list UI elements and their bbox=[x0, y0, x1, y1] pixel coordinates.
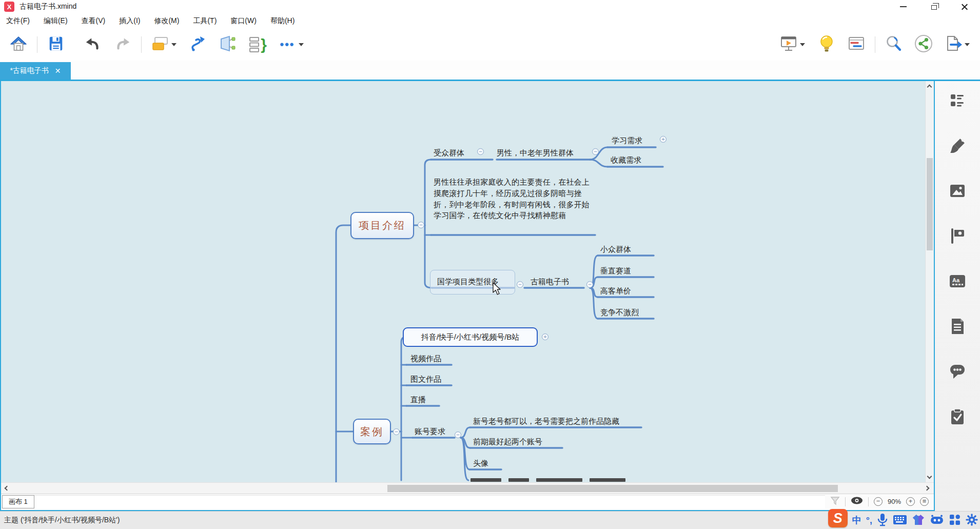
document-tab[interactable]: *古籍电子书 ✕ bbox=[0, 62, 71, 80]
topic-collection-need[interactable]: 收藏需求 bbox=[611, 155, 641, 165]
zoom-out-button[interactable]: − bbox=[874, 497, 883, 506]
undo-icon bbox=[84, 35, 102, 54]
timeline-button[interactable] bbox=[845, 33, 868, 56]
outline-panel-button[interactable] bbox=[947, 92, 968, 109]
scroll-right-icon[interactable] bbox=[925, 486, 930, 491]
sheet-tab-canvas1[interactable]: 画布 1 bbox=[2, 495, 34, 508]
topic-account-requirements[interactable]: 账号要求 bbox=[415, 426, 445, 437]
fit-map-button[interactable]: ≡ bbox=[920, 497, 929, 506]
collapse-button-guoxue[interactable]: − bbox=[517, 281, 523, 288]
topic-ebook[interactable]: 古籍电子书 bbox=[531, 277, 569, 287]
horizontal-scroll-thumb[interactable] bbox=[387, 485, 838, 492]
scroll-up-icon[interactable] bbox=[927, 85, 932, 90]
collapse-button-project-intro[interactable]: − bbox=[418, 222, 424, 228]
collapse-button-ebook[interactable]: − bbox=[586, 281, 593, 288]
vertical-scroll-thumb[interactable] bbox=[927, 158, 933, 250]
image-panel-button[interactable] bbox=[947, 182, 968, 200]
topic-audience-note[interactable]: 男性往往承担家庭收入的主要责任，在社会上摸爬滚打几十年，经历或见过很多阴暗与挫折… bbox=[434, 177, 594, 221]
topic-case[interactable]: 案例 bbox=[353, 419, 391, 444]
topic-style-dropdown-caret[interactable] bbox=[171, 43, 177, 46]
topic-live[interactable]: 直播 bbox=[410, 395, 426, 405]
smart-assistant-icon[interactable] bbox=[930, 514, 944, 527]
zoom-in-button[interactable]: + bbox=[906, 497, 915, 506]
sheet-bar-spacer bbox=[34, 495, 825, 508]
topic-niche-group[interactable]: 小众群体 bbox=[600, 244, 631, 254]
topic-style-button[interactable] bbox=[149, 33, 171, 56]
label-panel-button[interactable]: Aa bbox=[947, 272, 968, 290]
vertical-scrollbar[interactable] bbox=[925, 81, 934, 482]
image-icon bbox=[949, 184, 966, 198]
share-button[interactable] bbox=[912, 33, 935, 56]
menu-edit[interactable]: 编辑(E) bbox=[44, 16, 68, 26]
menu-window[interactable]: 窗口(W) bbox=[230, 16, 257, 26]
scroll-down-icon[interactable] bbox=[927, 474, 932, 479]
collapse-button-case[interactable]: − bbox=[393, 428, 400, 435]
expand-button-platforms[interactable]: + bbox=[542, 334, 548, 340]
preview-eye-icon[interactable] bbox=[851, 497, 863, 506]
chinese-mode-icon[interactable]: 中 bbox=[852, 514, 861, 526]
menu-modify[interactable]: 修改(M) bbox=[154, 16, 179, 26]
topic-image-text-works[interactable]: 图文作品 bbox=[410, 374, 441, 384]
collapse-button-account-req[interactable]: − bbox=[455, 432, 461, 438]
menu-insert[interactable]: 插入(I) bbox=[119, 16, 140, 26]
topic-account-note-2[interactable]: 前期最好起两个账号 bbox=[473, 437, 542, 447]
topic-audience-detail[interactable]: 男性，中老年男性群体 bbox=[497, 148, 574, 158]
save-button[interactable] bbox=[45, 33, 67, 56]
notes-panel-button[interactable] bbox=[947, 318, 968, 335]
presentation-button[interactable] bbox=[777, 33, 800, 56]
topic-project-intro[interactable]: 项目介绍 bbox=[350, 212, 414, 239]
close-button[interactable] bbox=[949, 0, 980, 13]
collapse-button-audience-detail[interactable]: − bbox=[592, 148, 599, 155]
microphone-icon[interactable] bbox=[877, 513, 888, 528]
format-panel-button[interactable] bbox=[947, 137, 968, 154]
skin-icon[interactable] bbox=[912, 514, 925, 527]
topic-high-price[interactable]: 高客单价 bbox=[600, 286, 631, 296]
scroll-left-icon[interactable] bbox=[5, 486, 10, 491]
topic-vertical-track[interactable]: 垂直赛道 bbox=[600, 266, 631, 276]
filter-icon[interactable] bbox=[830, 496, 840, 507]
boundary-button[interactable] bbox=[217, 33, 239, 56]
topic-avatar[interactable]: 头像 bbox=[473, 458, 488, 468]
relationship-button[interactable] bbox=[187, 33, 209, 56]
horizontal-scrollbar[interactable] bbox=[1, 482, 934, 494]
tab-close-icon[interactable]: ✕ bbox=[55, 67, 61, 75]
topic-video-works[interactable]: 视频作品 bbox=[410, 354, 441, 364]
settings-gear-icon[interactable] bbox=[966, 514, 978, 527]
punctuation-icon[interactable]: °, bbox=[866, 515, 872, 526]
summary-button[interactable]: } bbox=[246, 33, 269, 56]
minimize-icon bbox=[900, 6, 907, 7]
titlebar: X 古籍电子书.xmind bbox=[0, 0, 980, 13]
keyboard-icon[interactable] bbox=[893, 515, 907, 526]
restore-button[interactable] bbox=[918, 0, 949, 13]
collapse-button-audience[interactable]: − bbox=[477, 148, 484, 155]
topic-learning-need[interactable]: 学习需求 bbox=[612, 135, 642, 146]
presentation-dropdown-caret[interactable] bbox=[800, 43, 805, 46]
more-tools-button[interactable]: ••• bbox=[276, 33, 299, 56]
search-button[interactable] bbox=[883, 33, 905, 56]
topic-low-competition[interactable]: 竞争不激烈 bbox=[600, 307, 639, 318]
redo-button[interactable] bbox=[111, 33, 134, 56]
expand-button-learning-need[interactable]: + bbox=[660, 136, 667, 143]
task-panel-button[interactable] bbox=[947, 408, 968, 425]
undo-button[interactable] bbox=[82, 33, 104, 56]
home-button[interactable] bbox=[7, 33, 30, 56]
topic-audience[interactable]: 受众群体 bbox=[434, 148, 464, 158]
marker-panel-button[interactable] bbox=[947, 227, 968, 245]
menu-help[interactable]: 帮助(H) bbox=[270, 16, 295, 26]
mindmap-canvas[interactable]: 项目介绍 案例 受众群体 男性，中老年男性群体 学习需求 收藏需求 男性往往承担… bbox=[1, 81, 934, 482]
topic-guoxue-types[interactable]: 国学项目类型很多 bbox=[437, 277, 499, 287]
idea-button[interactable] bbox=[815, 33, 838, 56]
topic-platforms-selected[interactable]: 抖音/快手/小红书/视频号/B站 bbox=[403, 327, 538, 347]
menu-file[interactable]: 文件(F) bbox=[6, 16, 30, 26]
sogou-logo-icon[interactable]: S bbox=[828, 509, 848, 527]
export-button[interactable] bbox=[942, 33, 965, 56]
minimize-button[interactable] bbox=[888, 0, 918, 13]
toolbox-icon[interactable] bbox=[949, 514, 961, 527]
comments-panel-button[interactable] bbox=[947, 363, 968, 380]
menubar: 文件(F) 编辑(E) 查看(V) 插入(I) 修改(M) 工具(T) 窗口(W… bbox=[0, 13, 980, 29]
more-tools-dropdown-caret[interactable] bbox=[299, 43, 304, 46]
menu-view[interactable]: 查看(V) bbox=[82, 16, 106, 26]
export-dropdown-caret[interactable] bbox=[965, 43, 970, 46]
menu-tools[interactable]: 工具(T) bbox=[193, 16, 217, 26]
topic-account-note-1[interactable]: 新号老号都可以，老号需要把之前作品隐藏 bbox=[473, 416, 619, 426]
